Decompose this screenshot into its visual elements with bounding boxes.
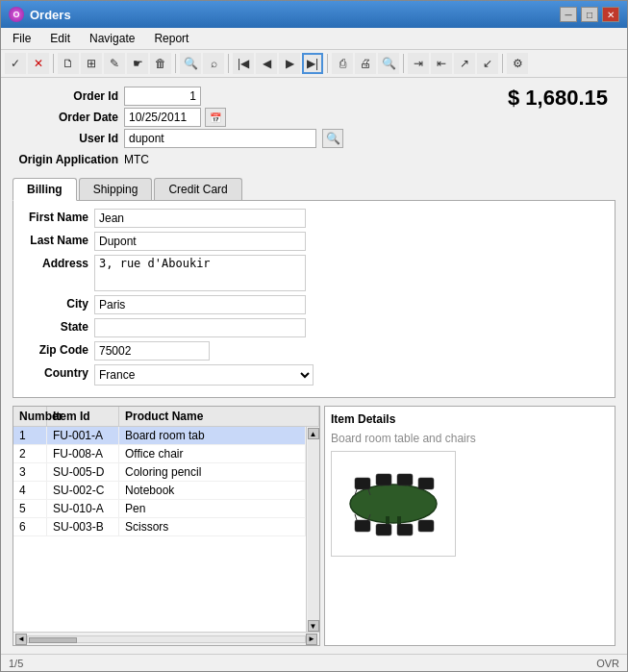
first-name-label: First Name xyxy=(21,209,88,224)
title-bar-left: O Orders xyxy=(9,7,71,22)
table-row[interactable]: 1 FU-001-A Board room tab xyxy=(13,427,306,445)
export2-button[interactable]: ⇤ xyxy=(431,53,452,74)
row-name: Notebook xyxy=(119,482,306,499)
user-search-button[interactable]: 🔍 xyxy=(322,129,343,148)
h-scroll-track xyxy=(27,635,306,643)
row-id: SU-005-D xyxy=(47,463,119,481)
tab-shipping[interactable]: Shipping xyxy=(79,178,153,200)
origin-row: Origin Application MTC xyxy=(13,149,508,170)
last-name-row: Last Name xyxy=(21,232,607,251)
nav-first-button[interactable]: |◀ xyxy=(233,53,254,74)
last-name-label: Last Name xyxy=(21,232,88,247)
order-id-input[interactable] xyxy=(124,87,201,106)
toolbar-sep-2 xyxy=(175,54,176,73)
new-button[interactable]: 🗋 xyxy=(58,53,79,74)
export1-button[interactable]: ⇥ xyxy=(408,53,429,74)
zip-label: Zip Code xyxy=(21,341,88,357)
edit-button[interactable]: ✎ xyxy=(104,53,125,74)
table-row[interactable]: 4 SU-002-C Notebook xyxy=(13,482,306,500)
main-content: Order Id Order Date 📅 User Id 🔍 xyxy=(1,78,627,654)
maximize-button[interactable]: □ xyxy=(581,7,598,22)
order-items-table: Number Item Id Product Name 1 FU-001-A B… xyxy=(13,406,320,646)
export3-button[interactable]: ↗ xyxy=(454,53,475,74)
country-label: Country xyxy=(21,364,88,380)
row-num: 2 xyxy=(13,445,47,462)
order-amount: $ 1,680.15 xyxy=(508,86,615,111)
row-name: Office chair xyxy=(119,445,306,462)
item-details-title: Item Details xyxy=(331,412,609,426)
table-row[interactable]: 6 SU-003-B Scissors xyxy=(13,518,306,536)
menu-navigate[interactable]: Navigate xyxy=(82,30,142,47)
tab-billing[interactable]: Billing xyxy=(13,178,77,201)
minimize-button[interactable]: ─ xyxy=(560,7,577,22)
menu-file[interactable]: File xyxy=(5,30,38,47)
svg-point-0 xyxy=(350,485,437,523)
address-input[interactable]: 3, rue d'Aboukir xyxy=(94,255,306,291)
window-title: Orders xyxy=(30,8,71,22)
menu-edit[interactable]: Edit xyxy=(42,30,78,47)
app-icon: O xyxy=(9,7,24,22)
toolbar-sep-6 xyxy=(502,54,503,73)
first-name-row: First Name xyxy=(21,209,607,228)
search-button[interactable]: 🔍 xyxy=(180,53,201,74)
zip-input[interactable] xyxy=(94,341,210,361)
print-button[interactable]: ⎙ xyxy=(332,53,353,74)
table-row[interactable]: 5 SU-010-A Pen xyxy=(13,500,306,518)
close-button[interactable]: ✕ xyxy=(602,7,619,22)
items-body: 1 FU-001-A Board room tab 2 FU-008-A Off… xyxy=(13,427,306,632)
zoom-button[interactable]: 🔍 xyxy=(378,53,399,74)
toolbar-sep-5 xyxy=(403,54,404,73)
settings-button[interactable]: ⚙ xyxy=(507,53,528,74)
scroll-up[interactable]: ▲ xyxy=(308,428,319,439)
row-num: 4 xyxy=(13,482,47,499)
calendar-button[interactable]: 📅 xyxy=(205,108,226,127)
city-label: City xyxy=(21,295,88,311)
state-input[interactable] xyxy=(94,318,306,337)
print-preview-button[interactable]: 🖨 xyxy=(355,53,376,74)
first-name-input[interactable] xyxy=(94,209,306,228)
table-row[interactable]: 2 FU-008-A Office chair xyxy=(13,445,306,463)
row-name: Coloring pencil xyxy=(119,463,306,481)
ovr-indicator: OVR xyxy=(596,658,619,669)
vertical-scrollbar[interactable]: ▲ ▼ xyxy=(306,427,319,632)
check-button[interactable]: ✓ xyxy=(5,53,26,74)
row-id: SU-002-C xyxy=(47,482,119,499)
country-select[interactable]: France Germany Spain UK USA xyxy=(94,364,314,386)
h-scroll-thumb xyxy=(29,637,77,643)
nav-last-button[interactable]: ▶| xyxy=(302,53,323,74)
nav-prev-button[interactable]: ◀ xyxy=(256,53,277,74)
select-button[interactable]: ☛ xyxy=(127,53,148,74)
cancel-button[interactable]: ✕ xyxy=(28,53,49,74)
row-id: SU-010-A xyxy=(47,500,119,517)
tab-credit-card[interactable]: Credit Card xyxy=(154,178,241,200)
tab-bar: Billing Shipping Credit Card xyxy=(13,178,615,201)
tabs-container: Billing Shipping Credit Card First Name … xyxy=(13,178,615,398)
scroll-right[interactable]: ► xyxy=(306,634,317,645)
order-date-input[interactable] xyxy=(124,108,201,127)
delete-button[interactable]: 🗑 xyxy=(150,53,171,74)
scroll-down[interactable]: ▼ xyxy=(308,620,319,632)
menu-bar: File Edit Navigate Report xyxy=(1,28,627,50)
header-number: Number xyxy=(13,407,47,426)
header-item-id: Item Id xyxy=(47,407,119,426)
horizontal-scrollbar[interactable]: ◄ ► xyxy=(13,632,319,645)
last-name-input[interactable] xyxy=(94,232,306,251)
item-details-name: Board room table and chairs xyxy=(331,432,609,445)
nav-next-button[interactable]: ▶ xyxy=(279,53,300,74)
export4-button[interactable]: ↙ xyxy=(477,53,498,74)
find-button[interactable]: ⌕ xyxy=(203,53,224,74)
page-indicator: 1/5 xyxy=(9,658,23,669)
svg-rect-6 xyxy=(418,478,434,489)
scroll-left[interactable]: ◄ xyxy=(15,634,27,645)
table-row[interactable]: 3 SU-005-D Coloring pencil xyxy=(13,463,306,482)
city-input[interactable] xyxy=(94,295,306,314)
svg-rect-8 xyxy=(376,524,391,535)
user-id-input[interactable] xyxy=(124,129,316,148)
copy-button[interactable]: ⊞ xyxy=(81,53,102,74)
title-bar: O Orders ─ □ ✕ xyxy=(1,1,627,28)
items-table-header: Number Item Id Product Name xyxy=(13,407,319,427)
row-id: FU-001-A xyxy=(47,427,119,444)
menu-report[interactable]: Report xyxy=(146,30,196,47)
row-num: 5 xyxy=(13,500,47,517)
toolbar-sep-3 xyxy=(228,54,229,73)
